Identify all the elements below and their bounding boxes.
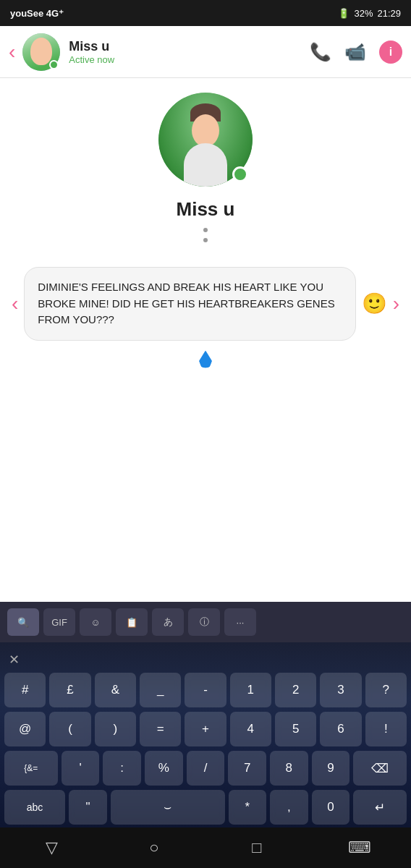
kb-row-2: @ ( ) = + 4 5 6 ! bbox=[4, 712, 407, 746]
messages-area: ‹ DIMINIE'S FEELINGS AND BREAK HIS HEART… bbox=[0, 260, 411, 375]
key-hash[interactable]: # bbox=[4, 673, 46, 707]
profile-section: Miss u bbox=[158, 93, 253, 245]
key-percent[interactable]: % bbox=[145, 751, 183, 786]
kb-row-3: {&= ' : % / 7 8 9 ⌫ bbox=[4, 751, 407, 786]
key-rparen[interactable]: ) bbox=[95, 712, 136, 746]
key-amp[interactable]: & bbox=[95, 673, 136, 707]
backspace-icon: ⌫ bbox=[371, 761, 389, 776]
sticker-icon: ☺ bbox=[90, 617, 100, 628]
message-text: DIMINIE'S FEELINGS AND BREAK HIS HEART L… bbox=[38, 281, 334, 326]
key-quote[interactable]: " bbox=[69, 790, 107, 825]
keyboard-toolbar: 🔍 GIF ☺ 📋 あ ⓘ ··· bbox=[0, 602, 411, 642]
key-question[interactable]: ? bbox=[365, 673, 407, 707]
nav-home-button[interactable]: ○ bbox=[136, 830, 172, 866]
key-7[interactable]: 7 bbox=[228, 751, 266, 786]
profile-dot bbox=[203, 228, 208, 232]
bottom-nav: ▽ ○ □ ⌨ bbox=[0, 827, 411, 868]
info-circle-icon: ⓘ bbox=[200, 616, 209, 629]
more-tool-button[interactable]: ··· bbox=[224, 608, 256, 636]
key-apostrophe[interactable]: ' bbox=[62, 751, 100, 786]
key-2[interactable]: 2 bbox=[275, 673, 316, 707]
avatar-face bbox=[30, 38, 52, 65]
header-avatar-wrap[interactable] bbox=[22, 33, 60, 71]
key-0[interactable]: 0 bbox=[312, 790, 350, 825]
clipboard-icon: 📋 bbox=[126, 617, 137, 628]
nav-recent-button[interactable]: □ bbox=[239, 830, 275, 866]
keyboard-close-button[interactable]: ✕ bbox=[9, 652, 20, 668]
keyboard-section: ✕ # £ & _ - 1 2 3 ? @ ( ) = + 4 bbox=[0, 642, 411, 827]
message-bubble-wrap: ‹ DIMINIE'S FEELINGS AND BREAK HIS HEART… bbox=[12, 267, 399, 341]
key-slash[interactable]: / bbox=[187, 751, 225, 786]
header: ‹ Miss u Active now 📞 📹 i bbox=[0, 26, 411, 78]
back-button[interactable]: ‹ bbox=[9, 42, 15, 62]
key-8[interactable]: 8 bbox=[270, 751, 308, 786]
key-dash[interactable]: - bbox=[185, 673, 226, 707]
key-backspace[interactable]: ⌫ bbox=[353, 751, 407, 786]
key-9[interactable]: 9 bbox=[312, 751, 350, 786]
status-right: 🔋 32% 21:29 bbox=[338, 8, 401, 19]
key-space[interactable]: ⌣ bbox=[111, 790, 225, 825]
translate-icon: あ bbox=[164, 616, 173, 629]
profile-avatar-wrap bbox=[158, 93, 253, 187]
gif-label: GIF bbox=[51, 617, 67, 628]
key-abc[interactable]: abc bbox=[4, 790, 65, 825]
key-4[interactable]: 4 bbox=[230, 712, 271, 746]
key-5[interactable]: 5 bbox=[275, 712, 316, 746]
battery-percent: 32% bbox=[354, 8, 373, 19]
info-button[interactable]: i bbox=[379, 41, 402, 64]
key-pound[interactable]: £ bbox=[49, 673, 90, 707]
search-tool-button[interactable]: 🔍 bbox=[7, 608, 39, 636]
key-comma[interactable]: , bbox=[270, 790, 308, 825]
key-6[interactable]: 6 bbox=[320, 712, 361, 746]
message-bubble: DIMINIE'S FEELINGS AND BREAK HIS HEART L… bbox=[24, 267, 355, 341]
key-plus[interactable]: + bbox=[185, 712, 226, 746]
key-enter[interactable]: ↵ bbox=[353, 790, 407, 825]
blue-drop-indicator bbox=[12, 351, 399, 368]
key-at[interactable]: @ bbox=[4, 712, 46, 746]
gif-tool-button[interactable]: GIF bbox=[43, 608, 75, 636]
nav-keyboard-icon: ⌨ bbox=[348, 838, 371, 857]
key-colon[interactable]: : bbox=[103, 751, 141, 786]
key-3[interactable]: 3 bbox=[320, 673, 361, 707]
contact-name: Miss u bbox=[69, 39, 310, 54]
contact-status: Active now bbox=[69, 54, 310, 65]
video-call-button[interactable]: 📹 bbox=[344, 42, 366, 62]
sticker-tool-button[interactable]: ☺ bbox=[80, 608, 111, 636]
more-icon: ··· bbox=[237, 617, 245, 628]
photo-person bbox=[177, 114, 234, 187]
profile-dot2 bbox=[203, 238, 208, 242]
nav-back-icon: ▽ bbox=[46, 838, 58, 857]
info-label: i bbox=[389, 46, 392, 59]
info-tool-button[interactable]: ⓘ bbox=[188, 608, 220, 636]
time-text: 21:29 bbox=[377, 8, 401, 19]
key-exclaim[interactable]: ! bbox=[365, 712, 407, 746]
person-body bbox=[184, 143, 227, 187]
key-lparen[interactable]: ( bbox=[49, 712, 90, 746]
emoji-button[interactable]: 🙂 bbox=[362, 292, 387, 315]
nav-keyboard-button[interactable]: ⌨ bbox=[342, 830, 378, 866]
profile-name: Miss u bbox=[177, 198, 235, 221]
status-bar: youSee 4G⁺ 🔋 32% 21:29 bbox=[0, 0, 411, 26]
clipboard-tool-button[interactable]: 📋 bbox=[116, 608, 148, 636]
scroll-right-button[interactable]: › bbox=[393, 292, 399, 315]
keyboard-rows: # £ & _ - 1 2 3 ? @ ( ) = + 4 5 6 ! bbox=[3, 673, 408, 825]
header-actions: 📞 📹 i bbox=[310, 41, 402, 64]
key-symbols[interactable]: {&= bbox=[4, 751, 58, 786]
nav-home-icon: ○ bbox=[149, 838, 158, 857]
carrier-text: youSee 4G⁺ bbox=[10, 8, 64, 19]
key-asterisk[interactable]: * bbox=[229, 790, 267, 825]
call-button[interactable]: 📞 bbox=[310, 42, 331, 62]
header-info: Miss u Active now bbox=[69, 39, 310, 65]
key-underscore[interactable]: _ bbox=[140, 673, 181, 707]
drop-shape bbox=[199, 351, 212, 368]
nav-back-button[interactable]: ▽ bbox=[33, 830, 69, 866]
scroll-left-button[interactable]: ‹ bbox=[12, 292, 18, 315]
nav-recent-icon: □ bbox=[252, 838, 261, 857]
keyboard-x-row: ✕ bbox=[3, 647, 408, 673]
translate-tool-button[interactable]: あ bbox=[152, 608, 184, 636]
chat-area: Miss u ‹ DIMINIE'S FEELINGS AND BREAK HI… bbox=[0, 78, 411, 602]
key-1[interactable]: 1 bbox=[230, 673, 271, 707]
profile-online-dot bbox=[232, 166, 248, 182]
battery-icon: 🔋 bbox=[338, 8, 349, 19]
key-equals[interactable]: = bbox=[140, 712, 181, 746]
